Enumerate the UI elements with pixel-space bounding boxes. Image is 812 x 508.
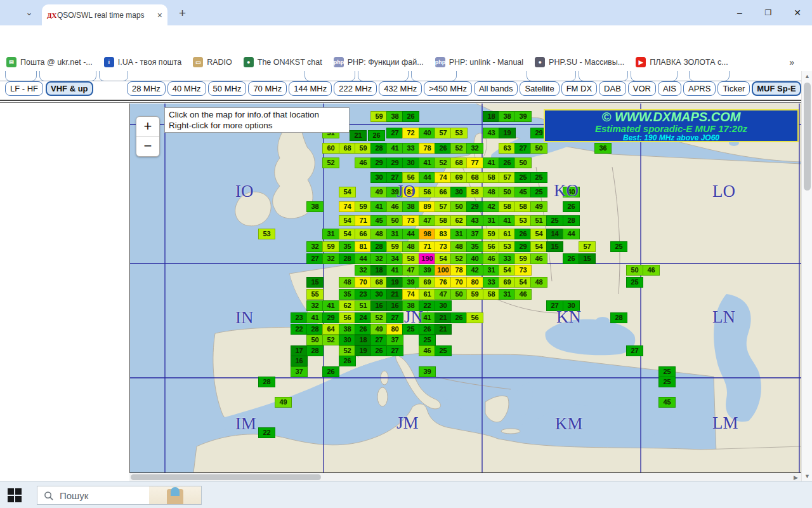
muf-cell[interactable]: 68 <box>339 143 356 154</box>
muf-cell[interactable]: 26 <box>339 356 356 366</box>
muf-cell[interactable]: 25 <box>658 366 676 377</box>
bookmark-item[interactable]: iI.UA - твоя пошта <box>104 57 181 67</box>
horizontal-scroll-thumb[interactable] <box>131 474 321 480</box>
muf-cell[interactable]: 98 <box>419 229 436 239</box>
muf-cell[interactable]: 78 <box>450 265 468 276</box>
muf-cell[interactable]: 73 <box>435 241 452 252</box>
tab-50-mhz[interactable]: 50 MHz <box>208 81 247 96</box>
muf-cell[interactable]: 16 <box>370 300 388 311</box>
muf-cell[interactable]: 83 <box>435 229 452 239</box>
muf-cell[interactable]: 26 <box>499 157 516 168</box>
muf-cell[interactable]: 74 <box>339 201 356 212</box>
muf-cell[interactable]: 48 <box>402 241 419 252</box>
muf-cell[interactable]: 15 <box>579 253 596 264</box>
muf-cell[interactable]: 71 <box>419 241 436 252</box>
muf-cell[interactable]: 27 <box>514 143 532 154</box>
muf-cell[interactable]: 22 <box>258 427 275 438</box>
muf-cell[interactable]: 58 <box>499 201 516 212</box>
muf-cell[interactable]: 50 <box>450 289 468 300</box>
muf-cell[interactable]: 32 <box>466 143 483 154</box>
muf-cell[interactable]: 27 <box>626 345 643 356</box>
new-tab-button[interactable]: + <box>179 6 186 20</box>
muf-cell[interactable]: 28 <box>563 215 580 226</box>
muf-cell[interactable]: 26 <box>563 201 580 212</box>
muf-cell[interactable]: 16 <box>291 356 308 366</box>
muf-cell[interactable]: 21 <box>350 130 367 141</box>
muf-cell[interactable]: 30 <box>450 187 468 197</box>
muf-cell[interactable]: 39 <box>419 265 436 276</box>
muf-cell[interactable]: 33 <box>499 253 516 264</box>
muf-cell[interactable]: 28 <box>370 241 388 252</box>
muf-cell[interactable]: 61 <box>499 229 516 239</box>
tab-search-chevron-icon[interactable]: ⌄ <box>22 6 37 21</box>
muf-cell[interactable]: 57 <box>435 128 452 138</box>
tab-144-mhz[interactable]: 144 MHz <box>289 81 332 96</box>
restore-button[interactable]: ❐ <box>754 0 783 25</box>
zoom-in-button[interactable]: + <box>136 117 159 137</box>
muf-cell[interactable]: 29 <box>466 201 483 212</box>
muf-cell[interactable]: 27 <box>386 312 403 323</box>
muf-cell[interactable]: 47 <box>435 289 452 300</box>
muf-cell[interactable]: 31 <box>322 229 339 239</box>
muf-cell[interactable]: 59 <box>322 241 339 252</box>
muf-cell[interactable]: 60 <box>322 143 339 154</box>
muf-cell[interactable]: 44 <box>419 172 436 183</box>
muf-cell[interactable]: 80 <box>386 324 403 335</box>
tab-vhf-up[interactable]: VHF & up <box>46 81 93 96</box>
muf-cell[interactable]: 43 <box>466 215 483 226</box>
muf-cell[interactable]: 56 <box>483 241 500 252</box>
muf-cell[interactable]: 48 <box>339 277 356 288</box>
muf-cell[interactable]: 21 <box>386 289 403 300</box>
muf-cell[interactable]: 49 <box>370 187 388 197</box>
muf-cell[interactable]: 57 <box>499 172 516 183</box>
muf-cell[interactable]: 53 <box>499 241 516 252</box>
muf-cell[interactable]: 38 <box>306 201 324 212</box>
muf-cell[interactable]: 41 <box>386 143 403 154</box>
muf-cell[interactable]: 100 <box>435 265 452 276</box>
muf-cell[interactable]: 31 <box>483 215 500 226</box>
muf-cell[interactable]: 38 <box>386 111 403 122</box>
bookmark-item[interactable]: phpPHP: unlink - Manual <box>435 57 523 67</box>
muf-cell[interactable]: 21 <box>435 324 452 335</box>
muf-cell[interactable]: 32 <box>355 265 372 276</box>
muf-cell[interactable]: 49 <box>530 201 547 212</box>
muf-cell[interactable]: 53 <box>514 215 532 226</box>
muf-cell[interactable]: 15 <box>546 241 563 252</box>
muf-cell[interactable]: 44 <box>355 253 372 264</box>
muf-cell[interactable]: 23 <box>355 289 372 300</box>
muf-cell[interactable]: 48 <box>370 229 388 239</box>
muf-cell[interactable]: 34 <box>386 253 403 264</box>
muf-cell[interactable]: 58 <box>483 172 500 183</box>
muf-cell[interactable]: 29 <box>322 312 339 323</box>
muf-cell[interactable]: 46 <box>483 253 500 264</box>
muf-cell[interactable]: 54 <box>499 265 516 276</box>
muf-cell[interactable]: 50 <box>514 157 532 168</box>
scroll-down-icon[interactable]: ▼ <box>802 471 812 481</box>
muf-cell[interactable]: 38 <box>339 324 356 335</box>
start-button[interactable] <box>8 488 22 502</box>
muf-cell[interactable]: 32 <box>306 241 324 252</box>
muf-cell[interactable]: 71 <box>355 215 372 226</box>
muf-cell[interactable]: 14 <box>546 229 563 239</box>
muf-cell[interactable]: 32 <box>322 253 339 264</box>
muf-cell[interactable]: 56 <box>466 312 483 323</box>
muf-cell[interactable]: 42 <box>466 265 483 276</box>
tab-40-mhz[interactable]: 40 MHz <box>167 81 206 96</box>
muf-cell[interactable]: 38 <box>402 201 419 212</box>
muf-cell[interactable]: 66 <box>355 229 372 239</box>
muf-cell[interactable]: 50 <box>530 143 547 154</box>
muf-cell[interactable]: 18 <box>370 265 388 276</box>
muf-cell[interactable]: 81 <box>355 241 372 252</box>
muf-cell[interactable]: 50 <box>386 215 403 226</box>
muf-cell[interactable]: 31 <box>450 229 468 239</box>
muf-cell[interactable]: 41 <box>322 300 339 311</box>
muf-cell[interactable]: 46 <box>530 253 547 264</box>
muf-cell[interactable]: 21 <box>435 312 452 323</box>
muf-cell[interactable]: 26 <box>563 253 580 264</box>
muf-cell[interactable]: 32 <box>306 300 324 311</box>
tab-close-icon[interactable]: × <box>157 10 162 20</box>
close-button[interactable]: ✕ <box>783 0 812 25</box>
muf-cell[interactable]: 62 <box>339 300 356 311</box>
muf-cell[interactable]: 15 <box>306 277 324 288</box>
muf-cell[interactable]: 70 <box>450 277 468 288</box>
